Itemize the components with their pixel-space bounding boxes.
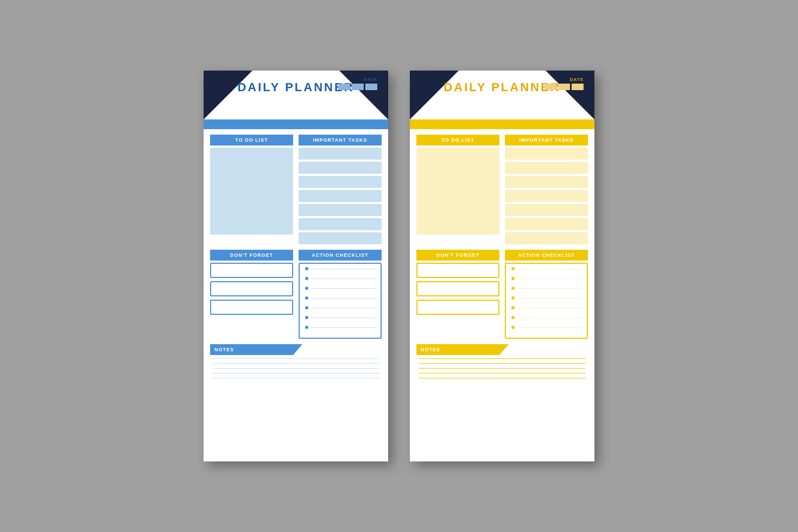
blue-notes-line-2 <box>212 363 379 364</box>
yellow-task-lines <box>505 148 588 244</box>
blue-notes-line-5 <box>212 378 379 378</box>
blue-date-area: DATE <box>338 77 377 90</box>
yellow-forget-header: DON'T FORGET <box>416 250 499 261</box>
blue-color-bar <box>204 119 388 129</box>
blue-todo-area[interactable] <box>210 148 293 235</box>
blue-notes-line-4 <box>212 373 379 373</box>
blue-check-line-4 <box>311 298 377 299</box>
blue-notes-line-1 <box>212 358 379 359</box>
blue-bullet-5 <box>305 306 308 309</box>
blue-task-line-6[interactable] <box>299 218 382 230</box>
blue-title: DAILY PLANNER <box>237 80 354 94</box>
yellow-planner: DAILY PLANNER DATE TO DO LIST <box>410 71 594 461</box>
yellow-check-line-3 <box>517 288 584 289</box>
yellow-task-line-6[interactable] <box>505 218 588 230</box>
yellow-notes-line-1 <box>419 358 586 359</box>
yellow-check-item-1 <box>511 267 584 270</box>
yellow-check-item-7 <box>511 326 584 329</box>
blue-checklist-col: ACTION CHECKLIST <box>299 250 382 339</box>
blue-date-label: DATE <box>364 77 377 82</box>
blue-tasks-header: IMPORTANT TASKS <box>299 135 382 145</box>
blue-checklist-area[interactable] <box>299 263 382 339</box>
blue-body: TO DO LIST IMPORTANT TASKS <box>204 129 388 384</box>
yellow-date-box-3 <box>572 84 584 90</box>
yellow-forget-box-1[interactable] <box>416 263 499 278</box>
yellow-forget-boxes <box>416 263 499 315</box>
blue-header: DAILY PLANNER DATE <box>204 71 388 119</box>
blue-triangle-left <box>204 71 252 119</box>
yellow-notes-line-5 <box>419 378 586 378</box>
yellow-check-item-2 <box>511 277 584 280</box>
yellow-task-line-4[interactable] <box>505 190 588 202</box>
blue-bullet-4 <box>305 296 308 300</box>
yellow-task-line-3[interactable] <box>505 176 588 188</box>
blue-notes-header: NOTES <box>210 344 302 355</box>
yellow-task-line-7[interactable] <box>505 232 588 244</box>
yellow-bullet-4 <box>511 296 515 300</box>
yellow-title: DAILY PLANNER <box>444 80 560 94</box>
blue-check-line-6 <box>311 318 377 318</box>
yellow-bullet-5 <box>511 306 515 309</box>
blue-check-item-5 <box>305 306 377 309</box>
yellow-notes-line-3 <box>419 368 586 369</box>
yellow-todo-area[interactable] <box>416 148 499 235</box>
yellow-todo-col: TO DO LIST <box>416 135 499 244</box>
yellow-checklist-col: ACTION CHECKLIST <box>505 250 588 339</box>
yellow-check-line-4 <box>517 298 584 299</box>
blue-date-boxes <box>338 84 377 90</box>
blue-forget-box-1[interactable] <box>210 263 293 278</box>
yellow-check-item-3 <box>511 287 584 290</box>
yellow-bullet-2 <box>511 277 515 280</box>
yellow-date-box-2 <box>558 84 570 90</box>
yellow-check-line-7 <box>517 327 584 328</box>
blue-bullet-1 <box>305 267 308 270</box>
yellow-forget-box-3[interactable] <box>416 300 499 315</box>
yellow-header: DAILY PLANNER DATE <box>410 71 594 119</box>
yellow-check-item-6 <box>511 316 584 319</box>
yellow-checklist-header: ACTION CHECKLIST <box>505 250 588 261</box>
yellow-task-line-5[interactable] <box>505 204 588 216</box>
yellow-bullet-6 <box>511 316 515 319</box>
yellow-checklist-area[interactable] <box>505 263 588 339</box>
yellow-todo-header: TO DO LIST <box>416 135 499 145</box>
blue-todo-col: TO DO LIST <box>210 135 293 244</box>
yellow-forget-box-2[interactable] <box>416 281 499 296</box>
yellow-notes-lines <box>416 358 588 378</box>
yellow-task-line-1[interactable] <box>505 148 588 160</box>
blue-row1: TO DO LIST IMPORTANT TASKS <box>210 135 382 244</box>
blue-date-box-1 <box>338 84 350 90</box>
blue-task-line-2[interactable] <box>299 162 382 174</box>
yellow-row2: DON'T FORGET ACTION CHECKLIST <box>416 250 588 339</box>
yellow-bullet-1 <box>511 267 515 270</box>
blue-forget-header: DON'T FORGET <box>210 250 293 261</box>
yellow-row1: TO DO LIST IMPORTANT TASKS <box>416 135 588 244</box>
blue-check-line-1 <box>311 269 377 269</box>
yellow-check-line-1 <box>517 269 584 269</box>
yellow-task-line-2[interactable] <box>505 162 588 174</box>
blue-check-item-6 <box>305 316 377 319</box>
yellow-date-boxes <box>544 84 584 90</box>
blue-task-line-4[interactable] <box>299 190 382 202</box>
yellow-check-line-2 <box>517 278 584 279</box>
yellow-notes-line-4 <box>419 373 586 373</box>
blue-task-line-1[interactable] <box>299 148 382 160</box>
blue-check-line-7 <box>311 327 377 328</box>
blue-tasks-col: IMPORTANT TASKS <box>299 135 382 244</box>
planners-container: DAILY PLANNER DATE TO DO LIST <box>182 38 616 494</box>
blue-date-box-2 <box>352 84 364 90</box>
blue-notes-section: NOTES <box>210 344 382 378</box>
blue-task-line-5[interactable] <box>299 204 382 216</box>
yellow-notes-section: NOTES <box>416 344 588 378</box>
blue-date-box-3 <box>365 84 377 90</box>
blue-task-line-3[interactable] <box>299 176 382 188</box>
blue-task-line-7[interactable] <box>299 232 382 244</box>
yellow-triangle-left <box>410 71 459 119</box>
blue-forget-col: DON'T FORGET <box>210 250 293 339</box>
blue-forget-box-2[interactable] <box>210 281 293 296</box>
blue-forget-boxes <box>210 263 293 315</box>
blue-forget-box-3[interactable] <box>210 300 293 315</box>
blue-check-item-7 <box>305 326 377 329</box>
blue-check-line-3 <box>311 288 377 289</box>
yellow-date-area: DATE <box>544 77 584 90</box>
yellow-check-item-5 <box>511 306 584 309</box>
